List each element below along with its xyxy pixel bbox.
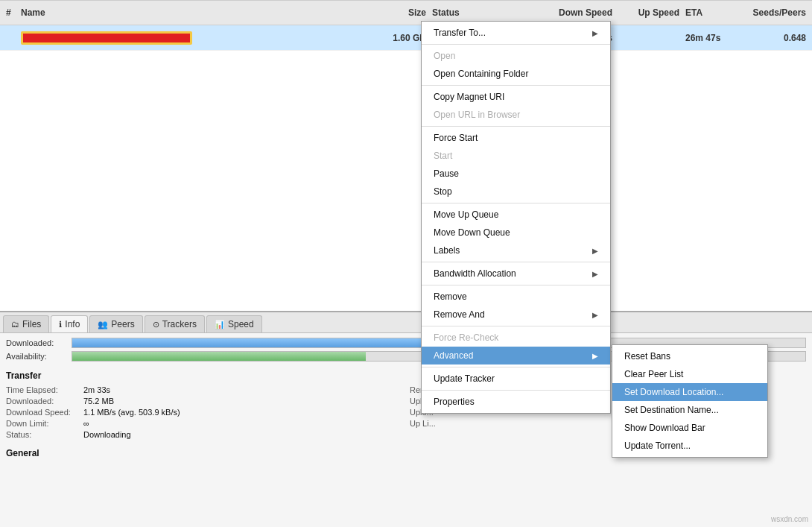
col-eta: ETA xyxy=(682,7,742,18)
submenu-arrow-transfer-to: ▶ xyxy=(592,29,598,37)
menu-separator xyxy=(422,367,610,367)
menu-item-label-advanced: Advanced xyxy=(434,350,473,361)
advanced-submenu-item-show-download-bar[interactable]: Show Download Bar xyxy=(612,419,767,437)
menu-item-label-pause: Pause xyxy=(434,168,459,179)
menu-item-label-remove: Remove xyxy=(434,291,467,302)
tab-peers[interactable]: 👥 Peers xyxy=(89,315,142,332)
advanced-submenu: Reset BansClear Peer ListSet Download Lo… xyxy=(612,344,768,458)
tab-info[interactable]: ℹ Info xyxy=(51,315,88,332)
tab-speed-label: Speed xyxy=(228,319,254,329)
advanced-submenu-item-clear-peer-list[interactable]: Clear Peer List xyxy=(612,365,767,383)
time-elapsed-label: Time Elapsed: xyxy=(6,385,80,394)
peers-icon: 👥 xyxy=(98,320,108,329)
empty-table-area xyxy=(0,51,812,311)
submenu-arrow-bandwidth: ▶ xyxy=(592,270,598,278)
col-status: Status xyxy=(429,7,533,18)
menu-separator xyxy=(422,262,610,262)
advanced-submenu-item-set-dest-name[interactable]: Set Destination Name... xyxy=(612,401,767,419)
submenu-arrow-remove-and: ▶ xyxy=(592,311,598,319)
status-row: Status: Downloading xyxy=(6,430,402,439)
menu-item-label-stop: Stop xyxy=(434,186,452,197)
redacted-name xyxy=(21,31,192,45)
context-menu: Transfer To...▶OpenOpen Containing Folde… xyxy=(421,21,611,414)
menu-item-properties[interactable]: Properties xyxy=(422,393,610,411)
tab-speed[interactable]: 📊 Speed xyxy=(206,315,262,332)
advanced-submenu-item-set-download-location[interactable]: Set Download Location... xyxy=(612,383,767,401)
menu-item-open-url: Open URL in Browser xyxy=(422,106,610,124)
down-limit-value: ∞ xyxy=(83,419,89,428)
menu-item-update-tracker[interactable]: Update Tracker xyxy=(422,370,610,388)
watermark: wsxdn.com xyxy=(771,515,808,523)
advanced-submenu-item-reset-bans[interactable]: Reset Bans xyxy=(612,347,767,365)
tab-bar: 🗂 Files ℹ Info 👥 Peers ⊙ Trackers 📊 Spee… xyxy=(0,312,812,333)
up-limit-label: Up Li... xyxy=(410,419,484,428)
advanced-submenu-item-update-torrent[interactable]: Update Torrent... xyxy=(612,437,767,455)
menu-item-label-open: Open xyxy=(434,51,455,61)
menu-item-label-force-start: Force Start xyxy=(434,133,478,143)
menu-item-remove[interactable]: Remove xyxy=(422,288,610,306)
menu-item-label-copy-magnet: Copy Magnet URI xyxy=(434,92,504,102)
table-header: # Name Size Status Down Speed Up Speed E… xyxy=(0,0,812,25)
submenu-arrow-advanced: ▶ xyxy=(592,352,598,360)
col-hash: # xyxy=(3,7,18,18)
menu-item-label-move-down: Move Down Queue xyxy=(434,227,510,238)
tab-peers-label: Peers xyxy=(111,319,134,329)
menu-item-remove-and[interactable]: Remove And▶ xyxy=(422,306,610,324)
menu-item-move-up[interactable]: Move Up Queue xyxy=(422,206,610,224)
down-speed-row: Download Speed: 1.1 MB/s (avg. 503.9 kB/… xyxy=(6,408,402,417)
menu-item-label-labels: Labels xyxy=(434,245,460,256)
down-limit-row: Down Limit: ∞ xyxy=(6,419,402,428)
downloaded-row: Downloaded: 75.2 MB xyxy=(6,397,402,405)
menu-separator xyxy=(422,203,610,203)
menu-separator xyxy=(422,285,610,285)
row-seeds: 0.648 xyxy=(742,33,809,43)
down-limit-label: Down Limit: xyxy=(6,419,80,428)
menu-item-transfer-to[interactable]: Transfer To...▶ xyxy=(422,24,610,42)
menu-item-advanced[interactable]: Advanced▶Reset BansClear Peer ListSet Do… xyxy=(422,347,610,365)
row-eta: 26m 47s xyxy=(682,33,742,43)
downloaded-progress-label: Downloaded: xyxy=(6,338,66,347)
menu-item-pause[interactable]: Pause xyxy=(422,165,610,183)
submenu-arrow-labels: ▶ xyxy=(592,247,598,255)
time-elapsed-row: Time Elapsed: 2m 33s xyxy=(6,385,402,394)
col-down: Down Speed xyxy=(533,7,615,18)
info-icon: ℹ xyxy=(59,320,62,329)
menu-separator xyxy=(422,44,610,45)
menu-item-labels[interactable]: Labels▶ xyxy=(422,242,610,259)
table-row[interactable]: 1.60 GB Downloa... 2.4 kB/s 26m 47s 0.64… xyxy=(0,25,812,51)
menu-item-force-recheck: Force Re-Check xyxy=(422,329,610,347)
row-name xyxy=(18,31,369,45)
menu-item-label-open-url: Open URL in Browser xyxy=(434,110,520,120)
menu-item-open: Open xyxy=(422,47,610,65)
trackers-icon: ⊙ xyxy=(153,320,159,329)
menu-item-copy-magnet[interactable]: Copy Magnet URI xyxy=(422,88,610,106)
menu-item-label-properties: Properties xyxy=(434,397,475,407)
menu-item-label-transfer-to: Transfer To... xyxy=(434,28,486,38)
tab-trackers[interactable]: ⊙ Trackers xyxy=(145,315,205,332)
menu-item-label-move-up: Move Up Queue xyxy=(434,209,498,220)
menu-item-force-start[interactable]: Force Start xyxy=(422,129,610,147)
col-size: Size xyxy=(369,7,429,18)
menu-item-label-bandwidth: Bandwidth Allocation xyxy=(434,268,516,279)
menu-item-bandwidth[interactable]: Bandwidth Allocation▶ xyxy=(422,265,610,283)
menu-item-stop[interactable]: Stop xyxy=(422,183,610,201)
col-name: Name xyxy=(18,7,369,18)
status-label: Status: xyxy=(6,430,80,439)
menu-item-label-update-tracker: Update Tracker xyxy=(434,373,495,384)
menu-separator xyxy=(422,326,610,326)
menu-separator xyxy=(422,126,610,127)
col-up: Up Speed xyxy=(615,7,682,18)
tab-info-label: Info xyxy=(65,319,80,329)
menu-item-open-folder[interactable]: Open Containing Folder xyxy=(422,65,610,83)
menu-separator xyxy=(422,85,610,86)
tab-trackers-label: Trackers xyxy=(162,319,197,329)
menu-item-move-down[interactable]: Move Down Queue xyxy=(422,224,610,242)
availability-progress-fill xyxy=(72,352,366,361)
menu-item-label-open-folder: Open Containing Folder xyxy=(434,69,528,79)
status-value: Downloading xyxy=(83,430,131,439)
files-icon: 🗂 xyxy=(11,320,19,329)
tab-files[interactable]: 🗂 Files xyxy=(3,315,49,332)
downloaded-label: Downloaded: xyxy=(6,397,80,405)
menu-item-label-force-recheck: Force Re-Check xyxy=(434,332,498,343)
down-speed-value: 1.1 MB/s (avg. 503.9 kB/s) xyxy=(83,408,180,417)
